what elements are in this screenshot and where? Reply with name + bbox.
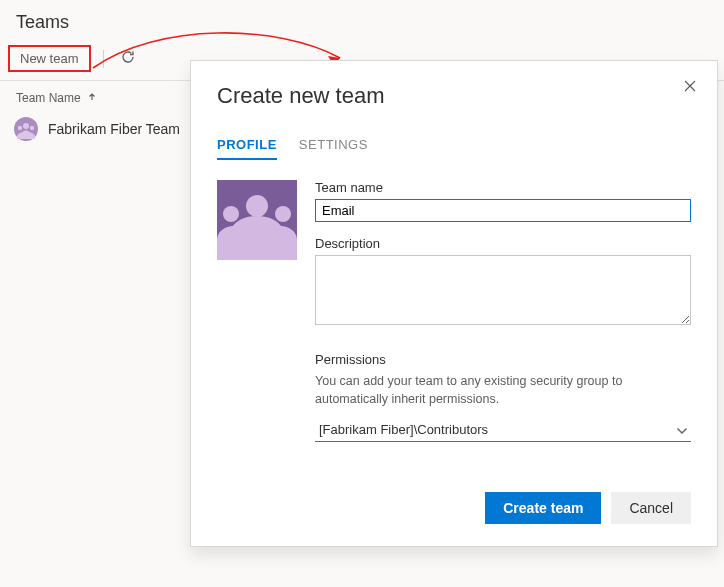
team-avatar-icon [14, 117, 38, 141]
team-avatar-preview[interactable] [217, 180, 297, 260]
permissions-label: Permissions [315, 352, 691, 367]
dialog-tabs: PROFILE SETTINGS [217, 137, 691, 160]
team-name-input[interactable] [315, 199, 691, 222]
dialog-actions: Create team Cancel [217, 492, 691, 524]
sort-ascending-icon [87, 91, 97, 105]
cancel-button[interactable]: Cancel [611, 492, 691, 524]
team-name-label: Fabrikam Fiber Team [48, 121, 180, 137]
close-icon [683, 81, 697, 96]
svg-point-0 [23, 123, 29, 129]
svg-point-1 [18, 126, 22, 130]
create-team-dialog: Create new team PROFILE SETTINGS Team na… [190, 60, 718, 547]
tab-settings[interactable]: SETTINGS [299, 137, 368, 160]
create-team-button[interactable]: Create team [485, 492, 601, 524]
permissions-select[interactable]: [Fabrikam Fiber]\Contributors [315, 418, 691, 442]
svg-point-6 [275, 206, 291, 222]
toolbar-divider [103, 50, 104, 68]
page-title: Teams [0, 0, 724, 39]
dialog-title: Create new team [217, 83, 691, 109]
refresh-button[interactable] [116, 45, 140, 72]
chevron-down-icon [677, 424, 687, 439]
new-team-button[interactable]: New team [8, 45, 91, 72]
close-button[interactable] [679, 75, 701, 100]
column-header-label: Team Name [16, 91, 81, 105]
svg-point-5 [223, 206, 239, 222]
tab-profile[interactable]: PROFILE [217, 137, 277, 160]
description-input[interactable] [315, 255, 691, 325]
svg-point-2 [30, 126, 34, 130]
permissions-help-text: You can add your team to any existing se… [315, 373, 691, 408]
permissions-selected-value: [Fabrikam Fiber]\Contributors [319, 422, 488, 437]
svg-point-4 [246, 195, 268, 217]
team-name-label: Team name [315, 180, 691, 195]
refresh-icon [120, 49, 136, 68]
description-label: Description [315, 236, 691, 251]
